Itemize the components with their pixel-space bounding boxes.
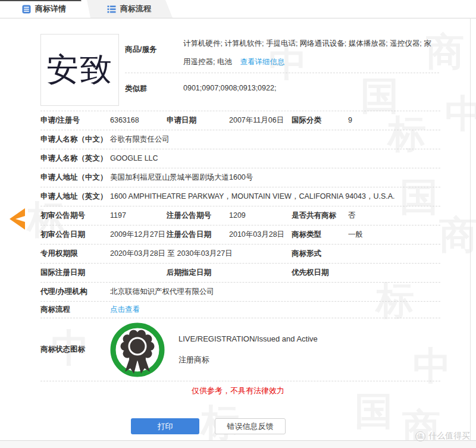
trademark-status-row: 商标状态图标 LIVE/REG xyxy=(40,318,440,381)
field-value: 2020年03月28日 至 2030年03月27日 xyxy=(110,245,292,263)
field-label: 注册公告期号 xyxy=(167,206,229,225)
goods-services-label: 商品/服务 xyxy=(125,45,156,55)
active-tab-top-border xyxy=(0,0,82,1)
goods-services-text: 计算机硬件; 计算机软件; 手提电话; 网络通讯设备; 媒体播放器; 遥控仪器;… xyxy=(183,39,431,66)
field-label: 优先权日期 xyxy=(292,264,348,282)
field-value xyxy=(348,264,440,282)
site-logo-icon: 值 xyxy=(415,431,425,441)
field-value xyxy=(110,264,167,282)
trademark-text: 安致 xyxy=(46,48,113,92)
field-label: 申请人地址（中文） xyxy=(40,168,110,187)
site-watermark: 值 什么值得买 xyxy=(415,431,470,441)
list-icon xyxy=(107,5,116,14)
field-value: 2007年11月06日 xyxy=(229,111,292,130)
field-value: GOOGLE LLC xyxy=(110,149,440,168)
click-to-view-link[interactable]: 点击查看 xyxy=(110,305,140,314)
field-label: 申请/注册号 xyxy=(40,111,110,130)
field-label: 专用权期限 xyxy=(40,245,110,263)
tab-bar: 商标详情 商标流程 xyxy=(0,0,476,18)
field-value: 2010年03月28日 xyxy=(229,225,292,244)
registered-badge-icon xyxy=(110,322,165,377)
collapse-left-arrow[interactable] xyxy=(7,207,27,231)
disclaimer-text: 仅供参考，不具有法律效力 xyxy=(0,386,476,396)
card-right-border xyxy=(470,18,471,440)
field-label: 申请人名称（英文） xyxy=(40,149,110,168)
table-row: 申请人地址（英文） 1600 AMPHITHEATRE PARKWAY，MOUN… xyxy=(40,187,440,206)
field-label: 注册公告日期 xyxy=(167,225,229,244)
table-row: 申请人名称（中文） 谷歌有限责任公司 xyxy=(40,130,440,149)
table-row: 初审公告日期 2009年12月27日 注册公告日期 2010年03月28日 商标… xyxy=(40,225,440,245)
field-value xyxy=(229,264,292,282)
field-value: 否 xyxy=(348,206,440,225)
table-row: 申请人名称（英文） GOOGLE LLC xyxy=(40,149,440,168)
status-text-block: LIVE/REGISTRATION/Issued and Active 注册商标 xyxy=(178,334,318,365)
field-value: 1209 xyxy=(229,206,292,225)
table-row: 初审公告期号 1197 注册公告期号 1209 是否共有商标 否 xyxy=(40,206,440,225)
status-label: 商标状态图标 xyxy=(40,344,110,355)
field-label: 是否共有商标 xyxy=(292,206,348,225)
status-line-chinese: 注册商标 xyxy=(178,355,318,365)
field-value: 谷歌有限责任公司 xyxy=(110,130,440,149)
error-feedback-button[interactable]: 错误信息反馈 xyxy=(215,418,286,434)
field-label: 申请日期 xyxy=(167,111,229,130)
section-divider xyxy=(125,73,439,73)
field-value: 北京联德知识产权代理有限公司 xyxy=(110,283,440,301)
bottom-strip xyxy=(0,441,476,448)
print-button[interactable]: 打印 xyxy=(131,418,199,434)
field-label: 申请人地址（英文） xyxy=(40,187,110,206)
field-value: 1197 xyxy=(110,206,167,225)
field-value: 1600 AMPHITHEATRE PARKWAY，MOUNTAIN VIEW，… xyxy=(110,187,440,206)
field-label: 代理/办理机构 xyxy=(40,283,110,301)
document-icon xyxy=(22,5,31,14)
field-value: 9 xyxy=(348,111,440,130)
field-value: 一般 xyxy=(348,225,440,244)
table-row: 代理/办理机构 北京联德知识产权代理有限公司 xyxy=(40,283,440,302)
field-label: 后期指定日期 xyxy=(167,264,229,282)
field-label: 初审公告日期 xyxy=(40,225,110,244)
site-watermark-text: 什么值得买 xyxy=(428,431,470,441)
tab-label: 商标流程 xyxy=(120,4,151,14)
trademark-detail-page: 中 国 商 标 中 国 商 标 中 国 商 标 中 标 商标详情 xyxy=(0,0,476,448)
field-label: 国际注册日期 xyxy=(40,264,110,282)
watermark-glyph: 中 xyxy=(445,88,476,140)
field-label: 初审公告期号 xyxy=(40,206,110,225)
field-label: 申请人名称（中文） xyxy=(40,130,110,149)
trademark-image: 安致 xyxy=(40,34,119,106)
tab-label: 商标详情 xyxy=(35,4,66,14)
field-label: 商标流程 xyxy=(40,302,110,318)
field-value: 美国加利福尼亚山景城半圆剧场大道1600号 xyxy=(110,168,440,187)
similar-group-value: 0901;0907;0908;0913;0922; xyxy=(183,84,276,92)
similar-group-label: 类似群 xyxy=(125,84,148,94)
tab-trademark-detail[interactable]: 商标详情 xyxy=(0,0,88,18)
view-detail-link[interactable]: 查看详细信息 xyxy=(240,58,284,66)
table-row: 专用权期限 2020年03月28日 至 2030年03月27日 商标形式 xyxy=(40,245,440,264)
table-row: 国际注册日期 后期指定日期 优先权日期 xyxy=(40,264,440,283)
tab-trademark-process[interactable]: 商标流程 xyxy=(86,0,173,18)
field-label: 商标形式 xyxy=(292,245,348,263)
table-row: 商标流程 点击查看 xyxy=(40,302,440,318)
detail-table: 申请/注册号 6363168 申请日期 2007年11月06日 国际分类 9 申… xyxy=(40,111,440,381)
field-value xyxy=(348,245,440,263)
table-row: 申请人地址（中文） 美国加利福尼亚山景城半圆剧场大道1600号 xyxy=(40,168,440,187)
field-value: 6363168 xyxy=(110,111,167,130)
goods-services-value: 计算机硬件; 计算机软件; 手提电话; 网络通讯设备; 媒体播放器; 遥控仪器;… xyxy=(183,35,436,71)
field-label: 国际分类 xyxy=(292,111,348,130)
field-value: 2009年12月27日 xyxy=(110,225,167,244)
tab-bar-divider xyxy=(0,18,476,18)
field-label: 商标类型 xyxy=(292,225,348,244)
table-row: 申请/注册号 6363168 申请日期 2007年11月06日 国际分类 9 xyxy=(40,111,440,130)
status-line-english: LIVE/REGISTRATION/Issued and Active xyxy=(178,334,318,343)
